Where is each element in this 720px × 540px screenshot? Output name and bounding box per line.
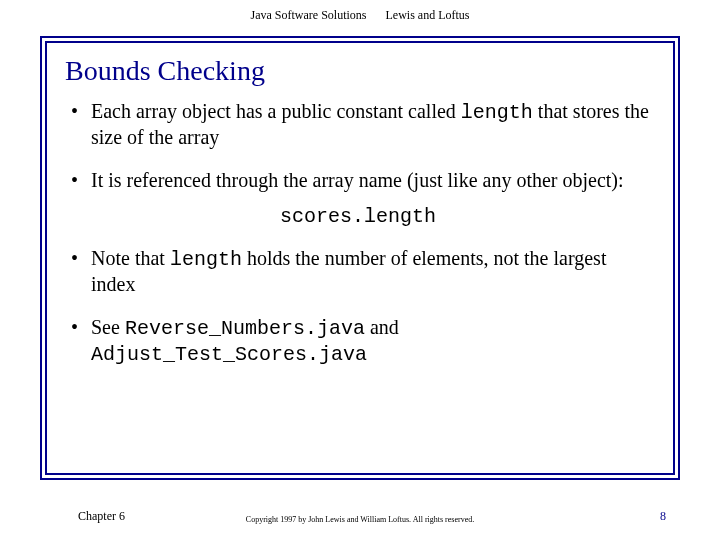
bullet-4: See Reverse_Numbers.java and Adjust_Test… (65, 315, 651, 367)
code-example: scores.length (65, 205, 651, 228)
footer-page: 8 (660, 509, 666, 524)
slide-inner-border: Bounds Checking Each array object has a … (45, 41, 675, 475)
header-book: Java Software Solutions (251, 8, 367, 23)
bullet-2: It is referenced through the array name … (65, 168, 651, 193)
header: Java Software Solutions Lewis and Loftus (0, 8, 720, 23)
slide-title: Bounds Checking (65, 55, 651, 87)
bullet-list: Each array object has a public constant … (65, 99, 651, 193)
header-authors: Lewis and Loftus (386, 8, 470, 23)
footer-copyright: Copyright 1997 by John Lewis and William… (0, 515, 720, 524)
slide-outer-border: Bounds Checking Each array object has a … (40, 36, 680, 480)
bullet-list-2: Note that length holds the number of ele… (65, 246, 651, 367)
bullet-3: Note that length holds the number of ele… (65, 246, 651, 297)
bullet-1: Each array object has a public constant … (65, 99, 651, 150)
